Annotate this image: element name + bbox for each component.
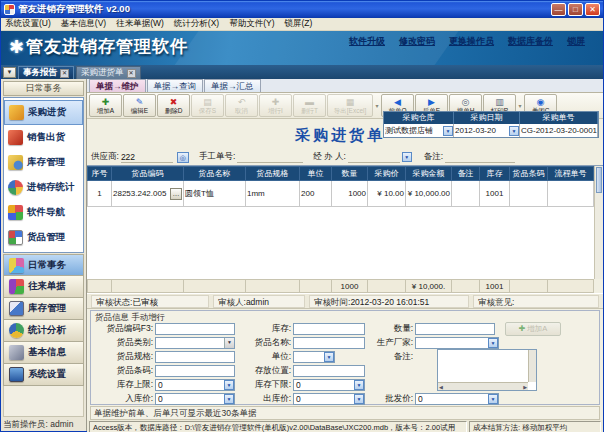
tab-transaction-report[interactable]: 事务报告 ✕ — [18, 66, 74, 79]
print-dropdown-caret[interactable]: ▾ — [517, 102, 523, 109]
delete-row-button[interactable]: ▬ 删行T — [293, 94, 326, 117]
chevron-down-icon[interactable]: ▼ — [354, 394, 364, 404]
maker-combo[interactable]: ▼ — [415, 337, 499, 349]
minimize-button[interactable]: — — [551, 3, 566, 16]
table-row[interactable]: 1 28253.242.005 … 圆领T恤 1mm 200 1000 ¥ 10… — [88, 181, 594, 207]
goods-grid-icon — [8, 230, 23, 245]
cell-code[interactable]: 28253.242.005 … — [112, 181, 184, 207]
col-flow: 流程单号 — [548, 167, 594, 181]
tab-list-dropdown[interactable]: ▼ — [3, 67, 16, 78]
sidebar-group-daily[interactable]: 日常事务 — [3, 254, 84, 276]
sidebar-group-inventory[interactable]: 库存管理 — [3, 298, 84, 320]
manual-no-input[interactable] — [237, 152, 303, 163]
next-arrow-icon: ▶ — [428, 98, 435, 107]
chevron-down-icon[interactable]: ▼ — [224, 338, 234, 348]
tab-close-icon[interactable]: ✕ — [127, 69, 136, 78]
date-combo[interactable]: 2012-03-20 ▼ — [454, 124, 520, 137]
menu-documents[interactable]: 往来单据(W) — [116, 18, 164, 30]
chevron-down-icon[interactable]: ▼ — [224, 394, 234, 404]
code-lookup-button[interactable]: … — [170, 188, 182, 200]
toolbar-more-caret[interactable]: ▾ — [374, 102, 380, 109]
sidebar-group-list: 日常事务 往来单据 库存管理 统计分析 基本信息 — [3, 254, 84, 386]
chevron-down-icon[interactable]: ▼ — [324, 352, 334, 362]
qty-field[interactable] — [415, 323, 495, 335]
menu-help[interactable]: 帮助文件(Y) — [229, 18, 274, 30]
unit-combo[interactable]: ▼ — [293, 351, 335, 363]
inventory-folder-icon — [8, 155, 23, 170]
add-button[interactable]: ✚ 增加A — [89, 94, 122, 117]
manual-add-button[interactable]: ✚ 增加A — [505, 322, 561, 336]
sidebar-item-label: 软件导航 — [27, 206, 65, 219]
cancel-button[interactable]: ↶ 取消 — [225, 94, 258, 117]
barcode-field[interactable] — [155, 365, 235, 377]
location-field[interactable] — [293, 365, 365, 377]
chevron-down-icon[interactable]: ▼ — [488, 338, 498, 348]
sidebar-item-purchase[interactable]: 采购进货 — [4, 100, 83, 125]
stock-upper-combo[interactable]: 0▼ — [155, 379, 235, 391]
wholesale-combo[interactable]: 0▼ — [415, 393, 499, 405]
in-price-combo[interactable]: 0▼ — [155, 393, 235, 405]
chevron-down-icon[interactable]: ▼ — [224, 380, 234, 390]
tab-purchase-order[interactable]: 采购进货单 ✕ — [76, 66, 141, 79]
stock-lower-label: 库存下限: — [235, 379, 293, 391]
agent-input[interactable] — [348, 152, 400, 163]
textarea-horizontal-scrollbar[interactable]: ◀▶ — [438, 382, 528, 390]
sidebar-item-statistics[interactable]: 进销存统计 — [4, 175, 83, 200]
add-row-button[interactable]: ✚ 增行I — [259, 94, 292, 117]
subtab-summary[interactable]: 单据→汇总 — [204, 79, 261, 92]
scrollbar-thumb[interactable] — [596, 167, 602, 193]
spec-field[interactable] — [155, 351, 235, 363]
col-code: 货品编码 — [112, 167, 184, 181]
stock-lower-combo[interactable]: 0▼ — [293, 379, 365, 391]
chevron-down-icon[interactable]: ▼ — [509, 126, 519, 136]
menu-lock[interactable]: 锁屏(Z) — [285, 18, 313, 30]
category-select[interactable]: ▼ — [155, 337, 235, 349]
out-price-label: 出库价: — [235, 393, 293, 405]
agent-dropdown-icon[interactable]: ▼ — [402, 152, 412, 162]
undo-icon: ↶ — [238, 98, 246, 107]
tab-close-icon[interactable]: ✕ — [60, 69, 69, 78]
sidebar-item-navigation[interactable]: 软件导航 — [4, 200, 83, 225]
out-price-combo[interactable]: 0▼ — [293, 393, 365, 405]
delete-button[interactable]: ✖ 删除D — [157, 94, 190, 117]
export-excel-button[interactable]: ▦ 导出[Excel] — [327, 94, 373, 117]
subtab-maintain[interactable]: 单据→维护 — [89, 79, 146, 92]
menu-statistics[interactable]: 统计分析(X) — [174, 18, 219, 30]
name-field[interactable] — [293, 337, 365, 349]
sidebar-item-inventory[interactable]: 库存管理 — [4, 150, 83, 175]
col-barcode: 货品条码 — [510, 167, 548, 181]
link-change-password[interactable]: 修改密码 — [399, 35, 435, 48]
chevron-down-icon[interactable]: ▼ — [354, 380, 364, 390]
link-software-upgrade[interactable]: 软件升级 — [349, 35, 385, 48]
sidebar-group-system[interactable]: 系统设置 — [3, 364, 84, 386]
save-button[interactable]: ▤ 保存S — [191, 94, 224, 117]
chevron-down-icon[interactable]: ▼ — [443, 126, 453, 136]
subtab-query[interactable]: 单据→查询 — [147, 79, 204, 92]
textarea-vertical-scrollbar[interactable] — [528, 350, 536, 382]
chevron-down-icon[interactable]: ▼ — [488, 394, 498, 404]
menu-system-settings[interactable]: 系统设置(U) — [5, 18, 51, 30]
edit-button[interactable]: ✎ 编辑E — [123, 94, 156, 117]
code-field[interactable] — [155, 323, 235, 335]
sidebar-item-goods[interactable]: 货品管理 — [4, 225, 83, 250]
sidebar-group-analysis[interactable]: 统计分析 — [3, 320, 84, 342]
stock-lower-value: 0 — [296, 380, 301, 390]
grid-vertical-scrollbar[interactable] — [594, 166, 603, 279]
maximize-button[interactable]: □ — [568, 3, 583, 16]
link-change-operator[interactable]: 更换操作员 — [449, 35, 494, 48]
sidebar-item-sales[interactable]: 销售出货 — [4, 125, 83, 150]
sidebar-group-basic[interactable]: 基本信息 — [3, 342, 84, 364]
link-database-backup[interactable]: 数据库备份 — [508, 35, 553, 48]
link-lock-screen[interactable]: 锁屏 — [567, 35, 585, 48]
warehouse-combo[interactable]: 测试数据店铺 ▼ — [384, 124, 454, 137]
cell-stock: 1001 — [480, 181, 510, 207]
supplier-input[interactable]: 222 — [121, 152, 173, 163]
sidebar-group-bills[interactable]: 往来单据 — [3, 276, 84, 298]
supplier-search-icon[interactable]: ◎ — [177, 152, 189, 163]
menu-basic-info[interactable]: 基本信息(V) — [61, 18, 106, 30]
auditor-label: 审核人: — [218, 297, 246, 307]
close-button[interactable]: ✕ — [585, 3, 600, 16]
stock-field[interactable] — [293, 323, 365, 335]
remark-input[interactable] — [445, 152, 515, 163]
manual-remark-textarea[interactable]: ◀▶ — [437, 349, 537, 391]
